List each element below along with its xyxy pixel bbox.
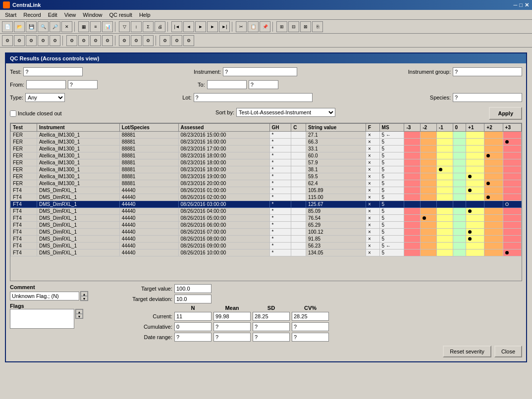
tb-first[interactable]: |◄ — [171, 21, 182, 32]
tb2-15[interactable]: ⚙ — [183, 35, 194, 46]
table-row[interactable]: FERAtellica_IM1300_18888108/23/2016 20:0… — [11, 180, 522, 187]
tb-delete[interactable]: ✕ — [61, 21, 72, 32]
tb-next2[interactable]: ► — [207, 21, 218, 32]
tb-filter[interactable]: ▽ — [119, 21, 130, 32]
from-input[interactable] — [26, 80, 66, 89]
tb2-3[interactable]: ⚙ — [26, 35, 37, 46]
menu-help[interactable]: Help — [136, 11, 154, 19]
apply-button[interactable]: Apply — [489, 107, 522, 120]
tb-cut[interactable]: ✂ — [236, 21, 247, 32]
target-value-input[interactable] — [174, 284, 212, 293]
close-btn[interactable]: ✕ — [525, 2, 529, 8]
table-row[interactable]: FERAtellica_IM1300_18888108/23/2016 18:0… — [11, 159, 522, 166]
table-row[interactable]: FT4DMS_DimRXL_14444008/26/2016 09:00:00*… — [11, 243, 522, 249]
spin-up[interactable]: ▲ — [81, 292, 88, 296]
flags-spinner[interactable]: ▲ ▼ — [75, 309, 83, 319]
table-row[interactable]: FT4DMS_DimRXL_14444008/26/2016 04:00:00*… — [11, 208, 522, 215]
tb-list[interactable]: ≡ — [90, 21, 101, 32]
menu-qcresult[interactable]: QC result — [106, 11, 135, 19]
tb2-8[interactable]: ⚙ — [90, 35, 101, 46]
cumulative-sd[interactable] — [253, 322, 290, 331]
instrument-group-input[interactable] — [453, 67, 522, 76]
to-input2[interactable] — [249, 80, 278, 89]
table-row[interactable]: FT4DMS_DimRXL_14444008/26/2016 07:00:00*… — [11, 229, 522, 236]
tb-copy[interactable]: 📋 — [248, 21, 259, 32]
table-row[interactable]: FT4DMS_DimRXL_14444008/26/2016 10:00:00*… — [11, 249, 522, 256]
tb-find[interactable]: 🔎 — [50, 21, 60, 32]
tb-search[interactable]: 🔍 — [38, 21, 49, 32]
instrument-input[interactable] — [223, 67, 297, 76]
cumulative-n[interactable] — [174, 322, 212, 331]
cumulative-cv[interactable] — [292, 322, 329, 331]
include-closed-label[interactable]: Include closed out — [10, 110, 62, 117]
data-table-wrapper[interactable]: Test Instrument Lot/Species Assessed GH … — [10, 123, 522, 281]
comment-spinner[interactable]: ▲ ▼ — [80, 291, 88, 301]
table-row[interactable]: FT4DMS_DimRXL_14444008/26/2016 06:00:00*… — [11, 222, 522, 229]
tb-sort[interactable]: ↕ — [131, 21, 142, 32]
table-row[interactable]: FERAtellica_IM1300_18888108/23/2016 16:0… — [11, 139, 522, 146]
tb2-7[interactable]: ⚙ — [78, 35, 89, 46]
type-select[interactable]: Any Normal Closed — [25, 93, 65, 102]
tb-save[interactable]: 💾 — [26, 21, 37, 32]
daterange-mean[interactable] — [213, 333, 251, 342]
tb2-10[interactable]: ⚙ — [119, 35, 130, 46]
table-row[interactable]: FT4DMS_DimRXL_14444008/26/2016 01:00:00*… — [11, 187, 522, 194]
tb-next[interactable]: ► — [195, 21, 206, 32]
table-row[interactable]: FERAtellica_IM1300_18888108/23/2016 19:0… — [11, 173, 522, 180]
table-row[interactable]: FERAtellica_IM1300_18888108/23/2016 18:0… — [11, 166, 522, 173]
from-input2[interactable] — [68, 80, 98, 89]
current-mean[interactable] — [213, 312, 251, 321]
comment-input[interactable] — [10, 292, 79, 300]
lot-input[interactable] — [194, 93, 313, 102]
menu-view[interactable]: View — [61, 11, 79, 19]
tb-new[interactable]: 📄 — [2, 21, 13, 32]
table-row[interactable]: FT4DMS_DimRXL_14444008/26/2016 02:00:00*… — [11, 194, 522, 201]
menu-window[interactable]: Window — [80, 11, 105, 19]
tb-export[interactable]: ⎘ — [312, 21, 323, 32]
tb2-5[interactable]: ⚙ — [50, 35, 60, 46]
tb2-9[interactable]: ⚙ — [102, 35, 113, 46]
daterange-cv[interactable] — [292, 333, 329, 342]
tb-sigma[interactable]: Σ — [143, 21, 154, 32]
table-row[interactable]: FT4DMS_DimRXL_14444008/26/2016 05:00:00*… — [11, 215, 522, 222]
tb2-4[interactable]: ⚙ — [38, 35, 49, 46]
tb-grid[interactable]: ▦ — [78, 21, 89, 32]
menu-record[interactable]: Record — [20, 11, 44, 19]
minimize-btn[interactable]: ─ — [514, 2, 518, 8]
current-n[interactable] — [174, 312, 212, 321]
test-input[interactable] — [23, 67, 83, 76]
tb2-2[interactable]: ⚙ — [14, 35, 25, 46]
tb2-11[interactable]: ⚙ — [131, 35, 142, 46]
tb-open[interactable]: 📂 — [14, 21, 25, 32]
table-row[interactable]: FERAtellica_IM1300_18888108/23/2016 15:0… — [11, 132, 522, 139]
tb2-1[interactable]: ⚙ — [2, 35, 13, 46]
to-input[interactable] — [207, 80, 247, 89]
tb2-14[interactable]: ⚙ — [171, 35, 182, 46]
table-row[interactable]: FT4DMS_DimRXL_14444008/26/2016 03:00:00*… — [11, 201, 522, 208]
maximize-btn[interactable]: □ — [519, 2, 523, 8]
cumulative-mean[interactable] — [213, 322, 251, 331]
tb-window3[interactable]: ⊠ — [300, 21, 311, 32]
tb-chart[interactable]: 📊 — [102, 21, 113, 32]
tb-last[interactable]: ►| — [219, 21, 230, 32]
tb-paste[interactable]: 📌 — [260, 21, 270, 32]
daterange-n[interactable] — [174, 333, 212, 342]
reset-severity-button[interactable]: Reset severity — [443, 346, 491, 357]
tb-print[interactable]: 🖨 — [155, 21, 165, 32]
tb2-6[interactable]: ⚙ — [66, 35, 77, 46]
tb2-12[interactable]: ⚙ — [143, 35, 154, 46]
target-dev-input[interactable] — [174, 295, 212, 303]
table-row[interactable]: FT4DMS_DimRXL_14444008/26/2016 08:00:00*… — [11, 236, 522, 243]
menu-start[interactable]: Start — [2, 11, 19, 19]
flags-spin-up[interactable]: ▲ — [76, 309, 83, 314]
current-sd[interactable] — [253, 312, 290, 321]
current-cv[interactable] — [292, 312, 329, 321]
table-row[interactable]: FERAtellica_IM1300_18888108/23/2016 18:0… — [11, 152, 522, 159]
tb-prev[interactable]: ◄ — [183, 21, 194, 32]
species-input[interactable] — [453, 93, 522, 102]
flags-box[interactable] — [10, 309, 74, 329]
tb2-13[interactable]: ⚙ — [160, 35, 170, 46]
tb-window1[interactable]: ⊞ — [276, 21, 287, 32]
menu-edit[interactable]: Edit — [45, 11, 60, 19]
daterange-sd[interactable] — [253, 333, 290, 342]
